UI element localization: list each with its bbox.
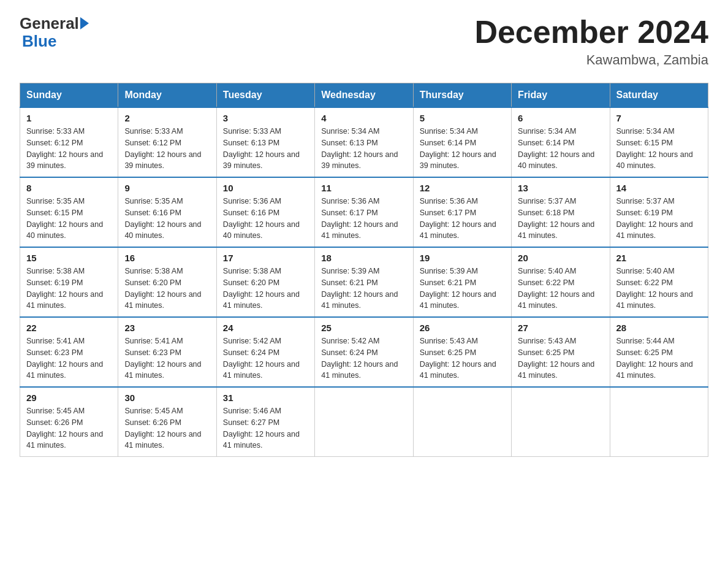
page-subtitle: Kawambwa, Zambia <box>474 52 708 68</box>
day-number: 17 <box>223 253 308 263</box>
day-info: Sunrise: 5:33 AMSunset: 6:12 PMDaylight:… <box>124 127 201 170</box>
calendar-week-row: 15 Sunrise: 5:38 AMSunset: 6:19 PMDaylig… <box>20 247 708 317</box>
calendar-header-tuesday: Tuesday <box>216 83 314 108</box>
calendar-day-cell: 30 Sunrise: 5:45 AMSunset: 6:26 PMDaylig… <box>118 387 216 457</box>
calendar-day-cell: 7 Sunrise: 5:34 AMSunset: 6:15 PMDayligh… <box>610 107 708 177</box>
day-number: 6 <box>518 113 603 123</box>
day-info: Sunrise: 5:33 AMSunset: 6:12 PMDaylight:… <box>26 127 103 170</box>
calendar-day-cell: 2 Sunrise: 5:33 AMSunset: 6:12 PMDayligh… <box>118 107 216 177</box>
calendar-day-cell: 29 Sunrise: 5:45 AMSunset: 6:26 PMDaylig… <box>20 387 118 457</box>
calendar-day-cell: 31 Sunrise: 5:46 AMSunset: 6:27 PMDaylig… <box>216 387 314 457</box>
day-info: Sunrise: 5:36 AMSunset: 6:16 PMDaylight:… <box>223 197 300 240</box>
day-number: 10 <box>223 183 308 193</box>
calendar-header-saturday: Saturday <box>610 83 708 108</box>
calendar-day-cell: 15 Sunrise: 5:38 AMSunset: 6:19 PMDaylig… <box>20 247 118 317</box>
day-info: Sunrise: 5:37 AMSunset: 6:18 PMDaylight:… <box>518 197 594 240</box>
day-number: 12 <box>420 183 505 193</box>
day-number: 20 <box>518 253 603 263</box>
day-info: Sunrise: 5:42 AMSunset: 6:24 PMDaylight:… <box>321 337 398 380</box>
calendar-day-cell: 27 Sunrise: 5:43 AMSunset: 6:25 PMDaylig… <box>512 317 610 387</box>
day-info: Sunrise: 5:33 AMSunset: 6:13 PMDaylight:… <box>223 127 300 170</box>
day-number: 31 <box>223 393 308 403</box>
logo-general-text: General <box>20 15 79 33</box>
day-info: Sunrise: 5:46 AMSunset: 6:27 PMDaylight:… <box>223 407 300 450</box>
calendar-day-cell: 26 Sunrise: 5:43 AMSunset: 6:25 PMDaylig… <box>413 317 511 387</box>
title-block: December 2024 Kawambwa, Zambia <box>474 15 708 68</box>
day-info: Sunrise: 5:39 AMSunset: 6:21 PMDaylight:… <box>420 267 496 310</box>
day-number: 1 <box>26 113 112 123</box>
logo-blue-text: Blue <box>20 33 89 50</box>
day-info: Sunrise: 5:36 AMSunset: 6:17 PMDaylight:… <box>420 197 496 240</box>
calendar-day-cell: 3 Sunrise: 5:33 AMSunset: 6:13 PMDayligh… <box>216 107 314 177</box>
day-number: 19 <box>420 253 505 263</box>
day-info: Sunrise: 5:43 AMSunset: 6:25 PMDaylight:… <box>518 337 594 380</box>
calendar-day-cell <box>512 387 610 457</box>
calendar-day-cell: 13 Sunrise: 5:37 AMSunset: 6:18 PMDaylig… <box>512 177 610 247</box>
day-number: 25 <box>321 323 406 333</box>
calendar-day-cell: 21 Sunrise: 5:40 AMSunset: 6:22 PMDaylig… <box>610 247 708 317</box>
day-number: 11 <box>321 183 406 193</box>
calendar-day-cell: 10 Sunrise: 5:36 AMSunset: 6:16 PMDaylig… <box>216 177 314 247</box>
day-number: 13 <box>518 183 603 193</box>
day-info: Sunrise: 5:35 AMSunset: 6:15 PMDaylight:… <box>26 197 103 240</box>
day-info: Sunrise: 5:34 AMSunset: 6:14 PMDaylight:… <box>518 127 594 170</box>
day-number: 22 <box>26 323 112 333</box>
day-info: Sunrise: 5:38 AMSunset: 6:20 PMDaylight:… <box>223 267 300 310</box>
day-info: Sunrise: 5:41 AMSunset: 6:23 PMDaylight:… <box>26 337 103 380</box>
calendar-day-cell: 23 Sunrise: 5:41 AMSunset: 6:23 PMDaylig… <box>118 317 216 387</box>
day-number: 8 <box>26 183 112 193</box>
calendar-day-cell: 4 Sunrise: 5:34 AMSunset: 6:13 PMDayligh… <box>315 107 413 177</box>
calendar-day-cell: 28 Sunrise: 5:44 AMSunset: 6:25 PMDaylig… <box>610 317 708 387</box>
calendar-header-thursday: Thursday <box>413 83 511 108</box>
calendar-day-cell: 25 Sunrise: 5:42 AMSunset: 6:24 PMDaylig… <box>315 317 413 387</box>
day-number: 23 <box>124 323 210 333</box>
day-info: Sunrise: 5:39 AMSunset: 6:21 PMDaylight:… <box>321 267 398 310</box>
day-number: 30 <box>124 393 210 403</box>
day-info: Sunrise: 5:45 AMSunset: 6:26 PMDaylight:… <box>124 407 201 450</box>
day-info: Sunrise: 5:45 AMSunset: 6:26 PMDaylight:… <box>26 407 103 450</box>
calendar-day-cell: 14 Sunrise: 5:37 AMSunset: 6:19 PMDaylig… <box>610 177 708 247</box>
day-number: 16 <box>124 253 210 263</box>
day-info: Sunrise: 5:34 AMSunset: 6:13 PMDaylight:… <box>321 127 398 170</box>
calendar-day-cell: 11 Sunrise: 5:36 AMSunset: 6:17 PMDaylig… <box>315 177 413 247</box>
day-number: 4 <box>321 113 406 123</box>
day-info: Sunrise: 5:38 AMSunset: 6:19 PMDaylight:… <box>26 267 103 310</box>
day-info: Sunrise: 5:40 AMSunset: 6:22 PMDaylight:… <box>616 267 693 310</box>
calendar-header-row: SundayMondayTuesdayWednesdayThursdayFrid… <box>20 83 708 108</box>
logo-arrow-icon <box>80 17 89 29</box>
day-info: Sunrise: 5:36 AMSunset: 6:17 PMDaylight:… <box>321 197 398 240</box>
calendar-header-friday: Friday <box>512 83 610 108</box>
calendar-header-monday: Monday <box>118 83 216 108</box>
day-number: 28 <box>616 323 702 333</box>
day-number: 21 <box>616 253 702 263</box>
calendar-day-cell: 18 Sunrise: 5:39 AMSunset: 6:21 PMDaylig… <box>315 247 413 317</box>
calendar-day-cell <box>413 387 511 457</box>
calendar-day-cell: 17 Sunrise: 5:38 AMSunset: 6:20 PMDaylig… <box>216 247 314 317</box>
calendar-day-cell: 22 Sunrise: 5:41 AMSunset: 6:23 PMDaylig… <box>20 317 118 387</box>
day-info: Sunrise: 5:42 AMSunset: 6:24 PMDaylight:… <box>223 337 300 380</box>
day-info: Sunrise: 5:37 AMSunset: 6:19 PMDaylight:… <box>616 197 693 240</box>
calendar-header-sunday: Sunday <box>20 83 118 108</box>
calendar-table: SundayMondayTuesdayWednesdayThursdayFrid… <box>20 83 708 457</box>
calendar-week-row: 1 Sunrise: 5:33 AMSunset: 6:12 PMDayligh… <box>20 107 708 177</box>
calendar-day-cell: 8 Sunrise: 5:35 AMSunset: 6:15 PMDayligh… <box>20 177 118 247</box>
day-number: 15 <box>26 253 112 263</box>
day-number: 29 <box>26 393 112 403</box>
page-title: December 2024 <box>474 15 708 50</box>
calendar-day-cell: 5 Sunrise: 5:34 AMSunset: 6:14 PMDayligh… <box>413 107 511 177</box>
calendar-week-row: 29 Sunrise: 5:45 AMSunset: 6:26 PMDaylig… <box>20 387 708 457</box>
day-number: 9 <box>124 183 210 193</box>
day-info: Sunrise: 5:43 AMSunset: 6:25 PMDaylight:… <box>420 337 496 380</box>
page-header: General Blue December 2024 Kawambwa, Zam… <box>20 15 708 68</box>
day-info: Sunrise: 5:34 AMSunset: 6:14 PMDaylight:… <box>420 127 496 170</box>
day-info: Sunrise: 5:34 AMSunset: 6:15 PMDaylight:… <box>616 127 693 170</box>
day-number: 18 <box>321 253 406 263</box>
day-info: Sunrise: 5:38 AMSunset: 6:20 PMDaylight:… <box>124 267 201 310</box>
day-number: 5 <box>420 113 505 123</box>
day-number: 24 <box>223 323 308 333</box>
day-number: 14 <box>616 183 702 193</box>
calendar-day-cell: 9 Sunrise: 5:35 AMSunset: 6:16 PMDayligh… <box>118 177 216 247</box>
calendar-day-cell: 6 Sunrise: 5:34 AMSunset: 6:14 PMDayligh… <box>512 107 610 177</box>
calendar-day-cell: 1 Sunrise: 5:33 AMSunset: 6:12 PMDayligh… <box>20 107 118 177</box>
day-number: 27 <box>518 323 603 333</box>
